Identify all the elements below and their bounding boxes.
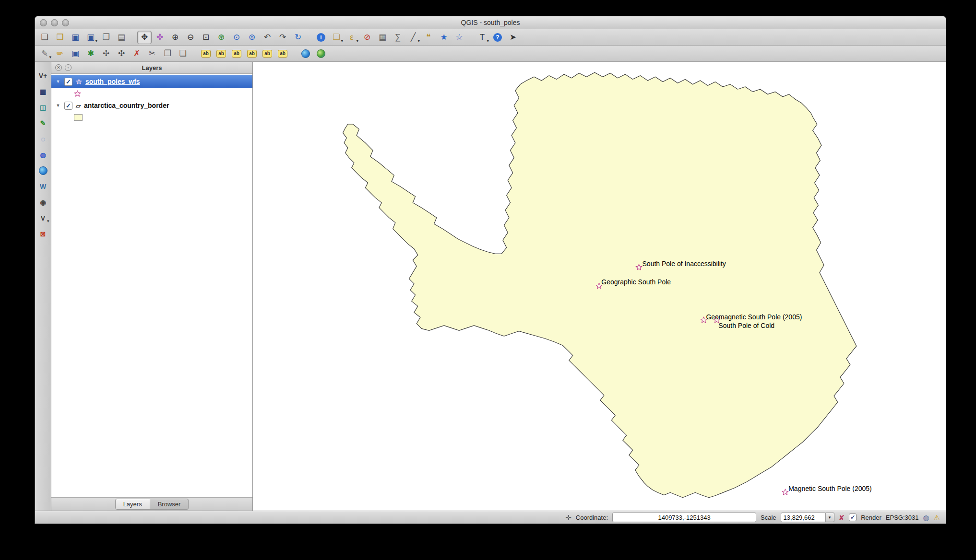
deselect-features-icon: ⊘: [364, 33, 370, 41]
panel-float-icon[interactable]: ◦: [65, 64, 71, 71]
add-feature-icon[interactable]: ✱: [83, 47, 98, 60]
delete-selected-icon[interactable]: ✗: [130, 47, 144, 60]
zoom-full-icon[interactable]: ⊛: [214, 31, 228, 44]
measure-icon[interactable]: ╱▾: [406, 31, 420, 44]
zoom-last-icon[interactable]: ↶: [260, 31, 274, 44]
add-web-layer-icon: [39, 166, 48, 175]
new-shapefile-layer-icon: ✎: [40, 120, 46, 127]
zoom-button[interactable]: [62, 19, 69, 26]
layer-item-south_poles_wfs[interactable]: ▼✓south_poles_wfs: [51, 75, 252, 88]
scale-dropdown-icon[interactable]: ▾: [826, 513, 834, 522]
open-attribute-table-icon[interactable]: ▦: [375, 31, 390, 44]
star-icon: [74, 90, 81, 97]
help-icon[interactable]: ?: [490, 31, 505, 44]
deselect-features-icon[interactable]: ⊘: [360, 31, 374, 44]
new-project-icon[interactable]: ❏: [37, 31, 52, 44]
refresh-map-icon[interactable]: ↻: [291, 31, 305, 44]
zoom-in-icon[interactable]: ⊕: [168, 31, 182, 44]
pan-map-icon[interactable]: ✥: [137, 31, 152, 44]
web-globe-icon[interactable]: [298, 47, 313, 60]
tab-browser[interactable]: Browser: [150, 499, 189, 510]
layer-type-icon: [76, 79, 82, 85]
new-print-composer-icon[interactable]: ❐: [99, 31, 113, 44]
toolbar-row-1: ❏❒▣▣▾❐▤✥✤⊕⊖⊡⊛⊙⊚↶↷↻i❏▾ε▾⊘▦∑╱▾❝★☆T▾?➤: [35, 29, 946, 46]
expand-arrow-icon[interactable]: ▼: [55, 79, 61, 84]
composer-manager-icon[interactable]: ▤: [114, 31, 129, 44]
zoom-native-resolution-icon[interactable]: ⊡: [199, 31, 213, 44]
move-feature-icon[interactable]: ✢: [99, 47, 113, 60]
scale-input[interactable]: [781, 513, 826, 522]
label-toggle-icon[interactable]: ab: [245, 47, 259, 60]
cut-features-icon[interactable]: ✂: [145, 47, 159, 60]
label-pin-icon[interactable]: ab: [229, 47, 244, 60]
title-bar[interactable]: QGIS - south_poles: [35, 16, 946, 29]
zoom-to-selection-icon[interactable]: ⊙: [229, 31, 244, 44]
layer-visibility-checkbox[interactable]: ✓: [64, 102, 72, 110]
label-move-icon: ab: [216, 50, 226, 58]
new-shapefile-layer-icon[interactable]: ✎: [36, 117, 50, 129]
label-rotate-icon[interactable]: ab: [260, 47, 274, 60]
close-button[interactable]: [40, 19, 47, 26]
new-bookmark-icon[interactable]: ★: [437, 31, 451, 44]
remove-layer-icon[interactable]: ⊠: [36, 228, 50, 240]
paste-features-icon: ❏: [179, 49, 186, 58]
coordinate-input[interactable]: [612, 513, 756, 522]
layer-item-antarctica_country_border[interactable]: ▼✓▱antarctica_country_border: [51, 99, 252, 112]
scale-combobox: ▾: [781, 513, 834, 522]
text-annotation-icon: T: [480, 33, 485, 41]
add-spatialite-layer-icon: ◌: [41, 136, 45, 142]
add-spatialite-layer-icon[interactable]: ◌: [36, 133, 50, 145]
whats-this-icon[interactable]: ➤: [506, 31, 520, 44]
add-vector-layer-icon[interactable]: V+: [36, 70, 50, 82]
panel-close-icon[interactable]: ✕: [55, 64, 62, 71]
add-web-layer-icon[interactable]: [36, 164, 50, 177]
measure-icon: ╱: [411, 33, 416, 41]
copy-features-icon[interactable]: ❐: [160, 47, 175, 60]
delete-selected-icon: ✗: [133, 49, 140, 58]
layers-panel-header: ✕ ◦ Layers: [51, 62, 252, 74]
add-wms-layer-icon[interactable]: ◫: [36, 101, 50, 114]
label-properties-icon: ab: [278, 50, 287, 58]
select-by-expression-icon[interactable]: ε▾: [345, 31, 359, 44]
log-messages-icon[interactable]: ⚠: [934, 514, 940, 521]
paste-features-icon[interactable]: ❏: [176, 47, 190, 60]
crs-status-icon[interactable]: ◍: [923, 514, 929, 521]
toggle-editing-icon[interactable]: ✏: [53, 47, 67, 60]
open-project-icon[interactable]: ❒: [53, 31, 67, 44]
save-project-icon: ▣: [71, 33, 79, 41]
minimize-button[interactable]: [51, 19, 58, 26]
node-tool-icon[interactable]: ✣: [114, 47, 129, 60]
add-wfs-layer-icon[interactable]: W: [36, 180, 50, 193]
show-bookmarks-icon[interactable]: ☆: [452, 31, 466, 44]
pan-to-selection-icon[interactable]: ✤: [153, 31, 167, 44]
save-project-icon[interactable]: ▣: [68, 31, 83, 44]
add-gps-layer-icon[interactable]: ◉: [36, 196, 50, 209]
labeling-icon[interactable]: ab: [199, 47, 213, 60]
toggle-extents-icon[interactable]: ✛: [565, 514, 571, 521]
stop-rendering-icon[interactable]: ✘: [839, 514, 845, 521]
map-layers-globe-icon[interactable]: [314, 47, 328, 60]
expand-arrow-icon[interactable]: ▼: [55, 103, 61, 108]
add-raster-layer-icon[interactable]: ▦: [36, 85, 50, 98]
save-project-as-icon[interactable]: ▣▾: [83, 31, 98, 44]
field-calculator-icon[interactable]: ∑: [391, 31, 405, 44]
add-postgis-layer-icon[interactable]: ◍: [36, 149, 50, 161]
label-move-icon[interactable]: ab: [214, 47, 228, 60]
zoom-to-layer-icon[interactable]: ⊚: [245, 31, 259, 44]
zoom-next-icon[interactable]: ↷: [275, 31, 290, 44]
layer-symbology-swatch: [51, 112, 252, 123]
identify-features-icon[interactable]: i: [314, 31, 328, 44]
tab-layers[interactable]: Layers: [115, 499, 150, 510]
render-checkbox[interactable]: ✓: [849, 513, 857, 521]
label-properties-icon[interactable]: ab: [275, 47, 290, 60]
text-annotation-icon[interactable]: T▾: [475, 31, 489, 44]
layer-visibility-checkbox[interactable]: ✓: [64, 78, 72, 86]
save-layer-edits-icon[interactable]: ▣: [68, 47, 83, 60]
map-canvas[interactable]: South Pole of InaccessibilityGeographic …: [253, 62, 946, 511]
dropdown-arrow-icon: ▾: [49, 55, 51, 59]
current-edits-icon[interactable]: ✎▾: [37, 47, 52, 60]
select-features-icon[interactable]: ❏▾: [329, 31, 344, 44]
zoom-out-icon[interactable]: ⊖: [183, 31, 198, 44]
vector-menu-icon[interactable]: V▾: [36, 212, 50, 224]
map-tips-icon[interactable]: ❝: [421, 31, 436, 44]
